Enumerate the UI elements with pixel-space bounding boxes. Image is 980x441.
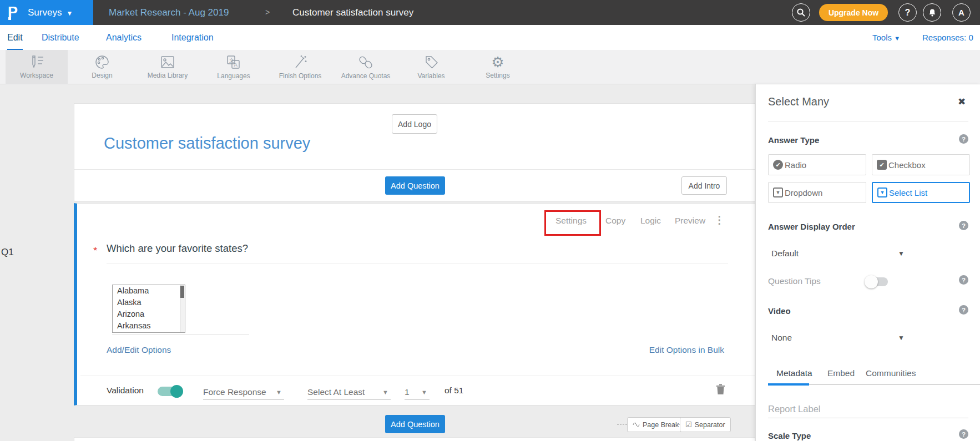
image-icon [160, 55, 175, 69]
toolbar-item-advance-quotas[interactable]: Advance Quotas [335, 50, 397, 84]
scrollbar[interactable] [180, 285, 185, 332]
answer-display-order-dropdown[interactable]: Default ▼ [771, 246, 905, 261]
more-options-icon[interactable]: ⋮ [714, 214, 725, 226]
toolbar-item-finish-options[interactable]: Finish Options [269, 50, 331, 84]
report-label-input[interactable] [768, 401, 968, 418]
next-section-card-edge [74, 437, 755, 441]
separator-checkbox-icon: ☑ [685, 420, 692, 429]
add-logo-button[interactable]: Add Logo [392, 114, 437, 134]
checkbox-check-icon: ✔ [877, 160, 887, 170]
list-item[interactable]: Arkansas [113, 320, 185, 332]
toolbar-item-variables[interactable]: Variables [400, 50, 462, 84]
breadcrumb-folder[interactable]: Market Research - Aug 2019 [109, 0, 229, 25]
upgrade-now-button[interactable]: Upgrade Now [819, 4, 888, 21]
toggle-knob [170, 385, 183, 398]
tab-integration[interactable]: Integration [171, 25, 214, 50]
tab-metadata[interactable]: Metadata [776, 368, 812, 378]
scrollbar-thumb[interactable] [180, 286, 184, 298]
scale-type-label: Scale Type [768, 431, 811, 440]
answer-select-list[interactable]: Alabama Alaska Arizona Arkansas [112, 285, 185, 333]
question-copy-button[interactable]: Copy [605, 216, 625, 226]
question-preview-button[interactable]: Preview [675, 216, 705, 226]
answer-type-radio-button[interactable]: ✔ Radio [768, 154, 866, 175]
search-icon [796, 8, 806, 17]
help-button[interactable]: ? [898, 3, 917, 22]
list-item[interactable]: Alaska [113, 297, 185, 308]
toolbar-item-workspace[interactable]: Workspace [6, 50, 68, 84]
question-logic-button[interactable]: Logic [640, 216, 661, 226]
validation-label: Validation [107, 386, 144, 396]
separator-button[interactable]: ☑ Separator [680, 417, 731, 432]
validation-rule-dropdown[interactable]: Force Response ▼ [203, 384, 284, 400]
breadcrumb-separator: > [265, 0, 270, 25]
video-label: Video [768, 306, 791, 316]
toolbar-item-label: Design [92, 72, 112, 79]
answer-display-order-label: Answer Display Order [768, 222, 855, 231]
answer-type-checkbox-button[interactable]: ✔ Checkbox [872, 154, 970, 175]
tab-distribute[interactable]: Distribute [42, 25, 79, 50]
account-avatar[interactable]: A [952, 3, 971, 22]
answer-type-help-icon[interactable]: ? [959, 134, 968, 144]
dropdown-caret-icon: ▼ [773, 187, 783, 197]
divider [80, 376, 755, 376]
toolbar-item-design[interactable]: Design [71, 50, 133, 84]
surveys-menu-label: Surveys [28, 7, 62, 18]
answer-type-dropdown-button[interactable]: ▼ Dropdown [768, 182, 866, 203]
toolbar-item-label: Variables [417, 72, 444, 80]
responses-count: Responses: 0 [922, 25, 973, 50]
chevron-down-icon: ▼ [898, 334, 905, 342]
question-number: Q1 [1, 247, 14, 258]
trash-icon [716, 383, 725, 395]
avatar-initial: A [958, 8, 964, 17]
survey-title[interactable]: Customer satisfaction survey [104, 134, 310, 153]
video-help-icon[interactable]: ? [959, 305, 968, 315]
select-list-caret-icon: ▼ [877, 187, 887, 197]
list-item[interactable]: Arizona [113, 308, 185, 320]
validation-count-dropdown[interactable]: 1 ▼ [405, 384, 430, 400]
close-panel-button[interactable]: ✖ [958, 96, 966, 108]
list-item[interactable]: Alabama [113, 285, 185, 297]
tab-analytics[interactable]: Analytics [106, 25, 142, 50]
add-intro-button[interactable]: Add Intro [681, 176, 727, 195]
toolbar-item-media-library[interactable]: Media Library [137, 50, 199, 84]
translate-icon: 文A [226, 55, 241, 70]
question-tips-toggle[interactable] [866, 277, 888, 286]
add-question-bottom-button[interactable]: Add Question [385, 415, 445, 433]
video-dropdown[interactable]: None ▼ [771, 331, 905, 345]
validation-condition-dropdown[interactable]: Select At Least ▼ [307, 384, 391, 400]
add-edit-options-link[interactable]: Add/Edit Options [107, 345, 171, 355]
toolbar-item-languages[interactable]: 文A Languages [203, 50, 265, 84]
answer-type-select-list-button[interactable]: ▼ Select List [872, 182, 970, 203]
scale-type-help-icon[interactable]: ? [959, 429, 968, 439]
edit-options-in-bulk-link[interactable]: Edit Options in Bulk [649, 345, 724, 355]
tab-embed[interactable]: Embed [827, 368, 855, 378]
divider [670, 424, 680, 425]
section-nav: Edit Distribute Analytics Integration To… [0, 25, 980, 50]
chevron-down-icon: ▼ [894, 35, 900, 42]
divider [768, 121, 968, 121]
radio-check-icon: ✔ [773, 160, 783, 170]
chevron-down-icon: ▼ [276, 389, 284, 396]
add-question-button[interactable]: Add Question [385, 176, 445, 195]
toolbar-item-settings[interactable]: ⚙ Settings [467, 50, 529, 84]
tab-edit[interactable]: Edit [7, 25, 23, 50]
surveys-menu[interactable]: P Surveys ▼ [0, 0, 93, 25]
tools-menu[interactable]: Tools ▼ [872, 25, 900, 50]
delete-question-button[interactable] [716, 383, 725, 397]
validation-toggle[interactable] [158, 387, 182, 396]
search-button[interactable] [792, 3, 810, 22]
palette-icon [94, 55, 110, 69]
questionpro-logo-icon: P [8, 0, 18, 25]
answer-display-order-help-icon[interactable]: ? [959, 221, 968, 230]
editor-toolbar: Workspace Design Media Library 文A Langua… [0, 50, 980, 84]
question-settings-panel: Select Many ✖ Answer Type ? ✔ Radio ✔ Ch… [755, 84, 980, 441]
notifications-button[interactable] [923, 3, 941, 22]
question-tips-label: Question Tips [768, 276, 821, 286]
wand-icon [292, 55, 308, 70]
question-text[interactable]: Which are your favorite states? [107, 242, 248, 255]
tab-communities[interactable]: Communities [866, 368, 916, 378]
question-tips-help-icon[interactable]: ? [959, 275, 968, 285]
chevron-down-icon: ▼ [66, 9, 73, 17]
page-break-icon [633, 421, 640, 428]
close-icon: ✖ [958, 97, 966, 107]
